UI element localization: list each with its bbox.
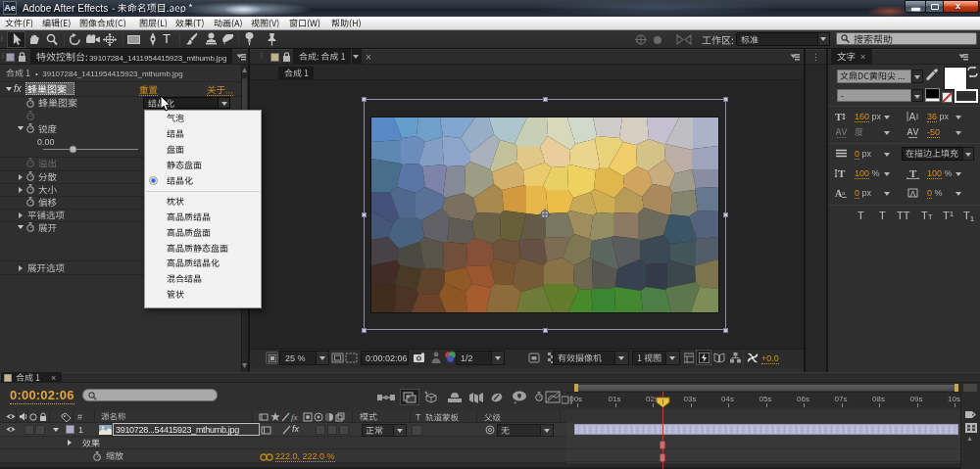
svg-text:a: a [842, 189, 846, 197]
svg-text:fx: fx [291, 412, 298, 422]
svg-text:T: T [835, 111, 843, 122]
svg-text:T: T [838, 167, 846, 179]
svg-text:T: T [909, 167, 917, 179]
